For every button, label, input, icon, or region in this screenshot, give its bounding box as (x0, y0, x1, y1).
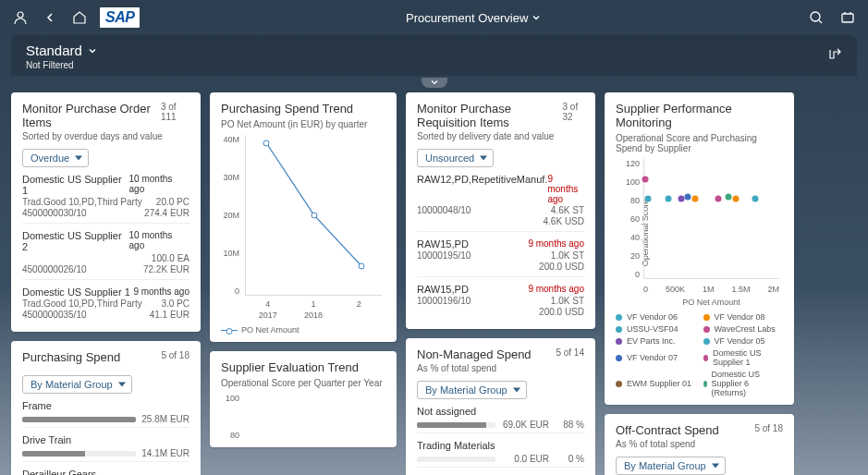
scatter-point (752, 196, 759, 202)
variant-bar: Standard Not Filtered (11, 35, 857, 76)
card-eval-trend[interactable]: Supplier Evaluation Trend Operational Sc… (210, 351, 397, 447)
scatter-legend: VF Vendor 06VF Vendor 08USSU-VSF04WaveCr… (616, 312, 783, 397)
card-off-contract-spend[interactable]: Off-Contract Spend 5 of 18 As % of total… (605, 414, 794, 475)
list-item[interactable]: RAW15,PD9 months ago 10000196/101.0K ST … (417, 276, 584, 322)
legend-item: EWM Supplier 01 (616, 370, 696, 397)
card-spend-trend[interactable]: Purchasing Spend Trend PO Net Amount (in… (210, 92, 397, 342)
legend-item: VF Vendor 06 (616, 312, 696, 322)
filter-select-unsourced[interactable]: Unsourced (417, 149, 494, 167)
svg-point-1 (811, 12, 820, 21)
scatter-point (665, 196, 671, 202)
spend-bar-list: Frame 25.8M EURDrive Train 14.1M EURDera… (22, 394, 189, 475)
scatter-point (715, 196, 722, 202)
filter-select-material-group[interactable]: By Material Group (22, 375, 132, 394)
bar-item[interactable]: Drive Train 14.1M EUR (22, 427, 189, 461)
card-pr-items[interactable]: Monitor Purchase Requisition Items 3 of … (406, 92, 595, 329)
legend-item: EV Parts Inc. (616, 336, 696, 346)
card-title: Non-Managed Spend (417, 347, 532, 361)
chart-legend: PO Net Amount (221, 325, 385, 335)
card-title: Purchasing Spend Trend (221, 102, 385, 116)
share-icon[interactable] (825, 44, 844, 63)
svg-rect-2 (842, 14, 853, 22)
card-container: Monitor Purchase Order Items 3 of 111 So… (0, 89, 868, 475)
card-subtitle: As % of total spend (616, 439, 783, 449)
card-supplier-performance[interactable]: Supplier Performance Monitoring Operatio… (605, 92, 794, 405)
card-subtitle: As % of total spend (417, 363, 584, 373)
filter-select-overdue[interactable]: Overdue (22, 149, 89, 167)
variant-selector[interactable]: Standard (26, 43, 842, 58)
legend-item: VF Vendor 08 (703, 312, 784, 322)
bar-item[interactable]: Non-Sto Mat. w. ID 0.0 EUR0 % (417, 467, 584, 475)
card-count: 3 of 32 (563, 102, 584, 122)
scatter-chart: Operational Score 120100806040200 0500K1… (616, 159, 783, 307)
scatter-point (642, 176, 648, 182)
list-item[interactable]: Domestic US Supplier 210 months ago 100.… (22, 223, 189, 279)
non-managed-bar-list: Not assigned 69.0K EUR88 %Trading Materi… (417, 399, 584, 475)
card-title: Monitor Purchase Requisition Items (417, 102, 563, 129)
card-count: 5 of 18 (754, 423, 783, 433)
home-icon[interactable] (70, 8, 89, 27)
chart-subtitle: Operational Score and Purchasing Spend b… (616, 133, 783, 153)
list-item[interactable]: Domestic US Supplier 110 months ago Trad… (22, 167, 189, 223)
scatter-point (726, 193, 732, 200)
scatter-point (679, 196, 685, 202)
card-purchasing-spend[interactable]: Purchasing Spend 5 of 18 By Material Gro… (11, 341, 201, 475)
chart-subtitle: Operational Score per Quarter per Year (221, 378, 385, 388)
legend-item: USSU-VSF04 (616, 324, 696, 334)
list-item[interactable]: RAW15,PD9 months ago 10000195/101.0K ST … (417, 231, 584, 276)
po-item-list: Domestic US Supplier 110 months ago Trad… (22, 167, 189, 324)
card-title: Supplier Performance Monitoring (616, 102, 783, 129)
user-icon[interactable] (11, 8, 30, 27)
card-title: Off-Contract Spend (616, 423, 719, 437)
legend-item: Domestic US Supplier 1 (703, 348, 784, 367)
legend-item: Domestic US Supplier 6 (Returns) (703, 370, 784, 397)
chevron-down-icon (532, 13, 541, 22)
filter-select-material-group[interactable]: By Material Group (616, 457, 726, 475)
chevron-down-icon (88, 46, 97, 55)
chart-subtitle: PO Net Amount (in EUR) by quarter (221, 119, 385, 129)
bar-item[interactable]: Frame 25.8M EUR (22, 394, 189, 427)
eval-chart: 10080 (221, 394, 385, 440)
expand-filter-bar[interactable] (11, 76, 857, 89)
copilot-icon[interactable] (838, 8, 857, 27)
line-chart: 40M30M20M10M0 42017 12018 2 (221, 135, 385, 320)
page-title: Procurement Overview (406, 11, 528, 25)
search-icon[interactable] (807, 8, 825, 27)
list-item[interactable]: RAW12,PD,RepetitiveManuf.9 months ago 10… (417, 167, 584, 231)
list-item[interactable]: Domestic US Supplier 19 months ago Trad.… (22, 279, 189, 324)
filter-status: Not Filtered (26, 60, 842, 70)
bar-item[interactable]: Not assigned 69.0K EUR88 % (417, 399, 584, 432)
scatter-point (685, 193, 691, 200)
card-count: 3 of 111 (161, 102, 189, 122)
card-count: 5 of 14 (556, 347, 584, 358)
card-count: 5 of 18 (161, 350, 189, 360)
scatter-point (732, 196, 739, 202)
scatter-point (644, 196, 651, 202)
bar-item[interactable]: Trading Materials 0.0 EUR0 % (417, 432, 584, 467)
scatter-point (691, 196, 698, 202)
card-subtitle: Sorted by delivery date and value (417, 131, 584, 141)
card-subtitle: Sorted by overdue days and value (22, 131, 189, 141)
page-title-dropdown[interactable]: Procurement Overview (140, 11, 807, 25)
shell-header: SAP Procurement Overview (0, 0, 868, 35)
card-non-managed-spend[interactable]: Non-Managed Spend 5 of 14 As % of total … (406, 338, 595, 475)
svg-point-0 (18, 12, 23, 18)
sap-logo: SAP (100, 7, 140, 28)
legend-item: WaveCrest Labs (703, 324, 784, 334)
chevron-down-icon (430, 79, 439, 85)
card-title: Supplier Evaluation Trend (221, 360, 385, 374)
legend-item: VF Vendor 07 (616, 348, 696, 367)
bar-item[interactable]: Derailleur Gears 6.9M EUR (22, 461, 189, 475)
pr-item-list: RAW12,PD,RepetitiveManuf.9 months ago 10… (417, 167, 584, 322)
card-title: Purchasing Spend (22, 350, 120, 364)
filter-select-material-group[interactable]: By Material Group (417, 381, 527, 399)
legend-item: VF Vendor 05 (703, 336, 784, 346)
card-title: Monitor Purchase Order Items (22, 102, 161, 129)
back-icon[interactable] (41, 8, 59, 27)
card-po-items[interactable]: Monitor Purchase Order Items 3 of 111 So… (11, 92, 201, 332)
